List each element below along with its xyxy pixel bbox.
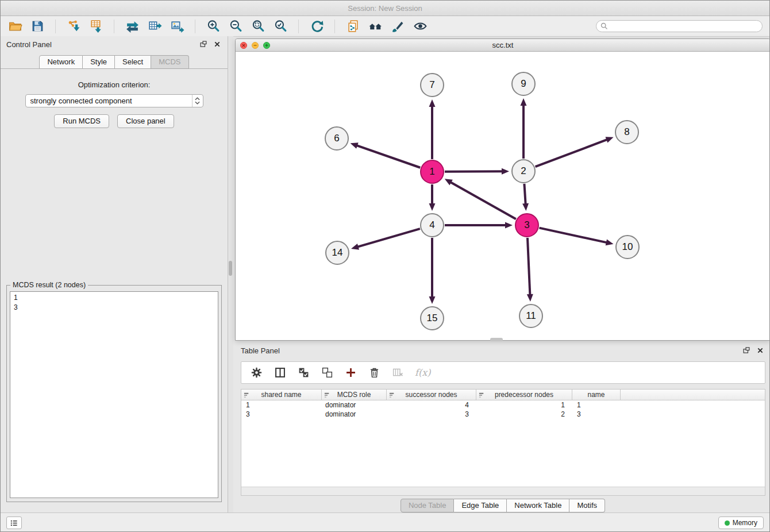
table-cell[interactable]: 1	[241, 400, 322, 410]
graph-node-9[interactable]: 9	[511, 72, 536, 96]
graph-node-11[interactable]: 11	[519, 304, 543, 328]
export-table-icon[interactable]	[146, 18, 163, 34]
float-panel-icon[interactable]	[199, 40, 208, 49]
import-network-icon[interactable]	[65, 18, 82, 34]
float-panel-icon[interactable]	[742, 346, 751, 355]
tab-network[interactable]: Network	[39, 55, 83, 69]
column-selector-icon[interactable]	[272, 365, 287, 380]
list-icon	[10, 519, 18, 527]
graph-edge-2-8[interactable]	[536, 140, 608, 167]
table-row[interactable]: 3dominator323	[241, 410, 765, 419]
tab-select[interactable]: Select	[115, 55, 151, 69]
column-header-shared-name[interactable]: shared name	[241, 390, 322, 400]
add-row-icon[interactable]	[343, 365, 358, 380]
graph-node-8[interactable]: 8	[615, 120, 639, 144]
save-session-icon[interactable]	[29, 18, 46, 34]
table-cell[interactable]: dominator	[322, 410, 387, 419]
memory-button[interactable]: Memory	[718, 516, 764, 529]
graph-edge-arrowhead	[429, 296, 436, 304]
table-cell[interactable]: 4	[387, 400, 476, 410]
close-panel-icon[interactable]	[213, 40, 222, 49]
clone-network-icon[interactable]	[344, 18, 361, 34]
graph-edge-2-3[interactable]	[524, 184, 525, 205]
style-brush-icon[interactable]	[389, 18, 406, 34]
graph-edge-3-1[interactable]	[450, 182, 515, 219]
toolbar-separator	[114, 20, 114, 33]
table-cell[interactable]: 3	[387, 410, 476, 419]
edge-layer	[236, 52, 770, 340]
graph-edge-1-2[interactable]	[445, 171, 503, 172]
mcds-result-list[interactable]: 13	[10, 291, 218, 498]
column-header-predecessor-nodes[interactable]: predecessor nodes	[476, 390, 572, 400]
graph-edge-arrowhead	[429, 99, 436, 107]
mcds-result-item[interactable]: 3	[10, 303, 218, 313]
run-mcds-button[interactable]: Run MCDS	[54, 114, 109, 128]
network-arrows-icon[interactable]	[124, 18, 141, 34]
table-cell[interactable]: 1	[572, 400, 621, 410]
close-panel-icon[interactable]	[756, 346, 765, 355]
table-cell[interactable]: 3	[572, 410, 621, 419]
table-row[interactable]: 1dominator411	[241, 400, 765, 410]
tab-edge-table[interactable]: Edge Table	[454, 499, 507, 512]
graph-edge-3-10[interactable]	[539, 228, 607, 243]
zoom-in-icon[interactable]	[205, 18, 222, 34]
tab-node-table[interactable]: Node Table	[401, 499, 455, 512]
panel-divider-handle[interactable]	[229, 261, 232, 276]
graph-edge-1-6[interactable]	[356, 145, 420, 168]
graph-edge-arrowhead	[505, 222, 513, 229]
table-cell[interactable]: 2	[476, 410, 572, 419]
graph-edge-3-11[interactable]	[528, 238, 530, 295]
graph-node-4[interactable]: 4	[420, 213, 444, 237]
home-view-icon[interactable]	[367, 18, 384, 34]
sort-icon	[479, 392, 485, 398]
open-session-icon[interactable]	[6, 18, 24, 34]
search-box[interactable]	[596, 20, 763, 32]
table-cell[interactable]: 1	[476, 400, 572, 410]
tab-mcds[interactable]: MCDS	[151, 55, 188, 69]
graph-node-10[interactable]: 10	[615, 235, 640, 259]
zoom-selected-icon[interactable]	[272, 18, 289, 34]
column-header-mcds-role[interactable]: MCDS role	[322, 390, 387, 400]
export-image-icon[interactable]	[168, 18, 186, 34]
zoom-out-icon[interactable]	[227, 18, 244, 34]
column-header-name[interactable]: name	[572, 390, 621, 400]
table-panel: Table Panel	[235, 342, 770, 512]
show-hide-icon[interactable]	[411, 18, 429, 34]
mcds-result-item[interactable]: 1	[10, 293, 218, 303]
delete-column-icon[interactable]	[390, 365, 405, 380]
search-input[interactable]	[610, 22, 762, 31]
graph-node-15[interactable]: 15	[420, 306, 444, 330]
tab-motifs[interactable]: Motifs	[569, 499, 605, 512]
deselect-all-icon[interactable]	[319, 365, 334, 380]
task-history-button[interactable]	[6, 516, 22, 529]
toolbar-separator	[334, 20, 335, 33]
tab-network-table[interactable]: Network Table	[507, 499, 569, 512]
tab-style[interactable]: Style	[83, 55, 115, 69]
column-label: predecessor nodes	[495, 391, 553, 399]
graph-node-1[interactable]: 1	[420, 160, 444, 184]
gear-icon[interactable]	[249, 365, 264, 380]
criterion-dropdown[interactable]: strongly connected component	[25, 94, 203, 107]
select-all-icon[interactable]	[296, 365, 311, 380]
graph-node-6[interactable]: 6	[325, 126, 349, 151]
table-cell[interactable]: dominator	[322, 400, 387, 410]
column-header-successor-nodes[interactable]: successor nodes	[387, 390, 476, 400]
graph-node-7[interactable]: 7	[420, 73, 444, 97]
function-builder-icon[interactable]: f(x)	[414, 367, 430, 378]
graph-node-3[interactable]: 3	[515, 213, 539, 237]
sort-icon	[324, 392, 330, 398]
graph-node-2[interactable]: 2	[511, 159, 536, 183]
close-panel-button[interactable]: Close panel	[117, 114, 174, 128]
splitter-handle[interactable]	[490, 338, 503, 341]
network-canvas[interactable]: 7968124314101511	[236, 52, 770, 340]
table-horizontal-scrollbar[interactable]	[241, 487, 765, 495]
refresh-icon[interactable]	[308, 18, 325, 34]
graph-node-14[interactable]: 14	[325, 241, 349, 265]
zoom-fit-icon[interactable]	[249, 18, 267, 34]
table-cell[interactable]: 3	[241, 410, 322, 419]
delete-row-icon[interactable]	[367, 365, 382, 380]
memory-status-icon	[725, 521, 730, 526]
graph-edge-4-14[interactable]	[357, 229, 420, 247]
table-toolbar: f(x)	[241, 361, 765, 384]
import-table-icon[interactable]	[87, 18, 105, 34]
